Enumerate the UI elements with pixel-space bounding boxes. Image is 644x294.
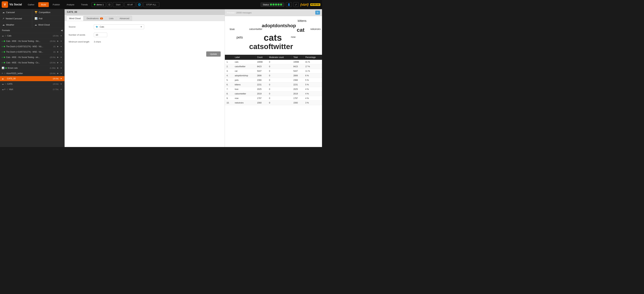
feed-item-cats[interactable]: ☁ Cats (20.0k) ▼ — [0, 33, 64, 39]
sidebar-item-competition[interactable]: 🏆 Competition — [32, 9, 64, 16]
feed-item-cats-upper[interactable]: ☁ CATS (20.0k) ▼ — [0, 81, 64, 87]
feed-expand-button[interactable]: ▼ — [60, 67, 63, 69]
weather-icon: ☁ — [2, 23, 5, 26]
demo-button[interactable]: demo 1 — [92, 2, 106, 7]
num-words-label: Number of words — [69, 34, 92, 36]
start-button[interactable]: Start — [113, 2, 123, 7]
cell-count: 2025 — [256, 87, 267, 92]
feed-play-button[interactable]: ▶ — [56, 51, 59, 53]
source-select[interactable]: 🐦 Cats ▼ — [94, 24, 144, 29]
feed-expand-button[interactable]: ▼ — [60, 56, 63, 59]
feed-item-brown-cats[interactable]: 📊 Brown cats (1.30k) ▶ ▼ — [0, 65, 64, 71]
feed-expand-button[interactable]: ▼ — [60, 61, 63, 64]
feed-play-button[interactable]: ▶ — [56, 61, 59, 64]
source-value: Cats — [100, 26, 104, 28]
feed-play-button[interactable]: ▶ — [56, 45, 59, 48]
num-words-field-row: Number of words 10 — [69, 33, 221, 37]
feed-count: (20.0k) — [50, 72, 56, 74]
feed-count: (5) — [53, 51, 56, 53]
cell-count: 1560 — [256, 101, 267, 105]
feed-play-button[interactable]: ▶ — [56, 40, 59, 42]
feed-item-cats-mse-1[interactable]: ≡ Cats - MSE - Viz Social Testing - Sin.… — [0, 39, 64, 44]
feed-item-dutch-1[interactable]: ≡ The Dutch (+31657321274) - MSE - Viz..… — [0, 44, 64, 49]
tab-advanced[interactable]: Advanced — [116, 16, 132, 21]
cell-mod: 0 — [267, 78, 292, 83]
feed-item-cats00[interactable]: ☁ CATS_00 (20.0k) ▼ — [0, 76, 64, 81]
feed-item-vizrt[interactable]: ☁✕ Vizrt (3.73k) ▼ — [0, 87, 64, 92]
feed-actions: ▶ ▼ — [56, 72, 63, 75]
feed-item-dutch-2[interactable]: ≡ The Dutch (+31657321274) - MSE - Viz..… — [0, 49, 64, 55]
tab-destinations[interactable]: Destinations 1 — [84, 16, 106, 21]
nav-build[interactable]: Build — [38, 2, 49, 7]
feed-list-icon: ≡ — [2, 72, 3, 75]
table-row: 8. catsontwitter 2019 0 2019 4 % — [225, 92, 322, 96]
feed-item-cats-mse-2[interactable]: ≡ Cats - MSE - Viz Social Testing - sin.… — [0, 55, 64, 60]
word-love: love — [230, 28, 234, 31]
sidebar-item-nested-carousel[interactable]: ↗ Nested Carousel — [0, 16, 32, 22]
table-header: Label Count Moderator count Total Percen… — [225, 55, 322, 60]
refresh-button[interactable]: ↻ — [315, 11, 320, 15]
nav-publish[interactable]: Publish — [50, 2, 63, 7]
cell-label: kittens — [233, 83, 256, 87]
cell-mod: 0 — [267, 64, 292, 69]
feed-expand-button[interactable]: ▼ — [60, 51, 63, 53]
sidebar-item-weather[interactable]: ☁ Weather — [0, 22, 32, 28]
feed-play-button[interactable]: ▶ — [56, 72, 59, 75]
competition-icon: 🏆 — [34, 11, 38, 14]
nav-trends[interactable]: Trends — [78, 2, 90, 7]
status-dot-5 — [280, 4, 282, 6]
cell-label: catsoftwitter — [233, 64, 256, 69]
tab-lists[interactable]: Lists — [106, 16, 116, 21]
feed-cloud-icon: ☁ — [2, 35, 4, 37]
feed-expand-button[interactable]: ▼ — [60, 72, 63, 75]
expand-icon-button[interactable]: ⤢ — [294, 2, 298, 7]
cell-count: 2019 — [256, 92, 267, 96]
logo-icon: V — [2, 1, 8, 8]
feed-expand-button[interactable]: ▼ — [60, 40, 63, 42]
monitor-icon-button[interactable]: ⊡ — [107, 2, 112, 7]
feed-list: ☁ Cats (20.0k) ▼ ≡ Cats - MSE - Viz Soci… — [0, 33, 64, 147]
formats-collapse-button[interactable]: ◀ — [61, 29, 62, 32]
feed-item-atomfeed[interactable]: ≡ AtomFEED_twitter (20.0k) ▶ ▼ — [0, 71, 64, 76]
feed-expand-button[interactable]: ▼ — [60, 45, 63, 48]
word-catsontwitter: catsontwitter — [249, 28, 262, 31]
cell-mod: 0 — [267, 69, 292, 73]
sidebar-item-word-cloud[interactable]: ☁ Word Cloud — [32, 22, 64, 28]
feed-expand-button[interactable]: ▼ — [60, 83, 63, 85]
feed-cloud-icon: ☁ — [2, 78, 4, 80]
feed-expand-button[interactable]: ▼ — [60, 88, 63, 91]
min-length-label: Minimum word length — [69, 41, 92, 43]
update-button[interactable]: Update — [206, 51, 221, 57]
feed-expand-button[interactable]: ▼ — [60, 78, 63, 80]
status-dot-1 — [270, 4, 272, 6]
cell-num: 8. — [225, 92, 233, 96]
cell-num: 5. — [225, 78, 233, 83]
sidebar-item-poll-label: Poll — [39, 17, 42, 20]
tab-destinations-badge: 1 — [100, 18, 103, 20]
cell-label: nekoiroiro — [233, 101, 256, 105]
nav-gather[interactable]: Gather — [25, 2, 37, 7]
stopall-button[interactable]: STOP ALL — [143, 2, 159, 7]
cell-total: 19998 — [292, 60, 304, 64]
user-icon-button[interactable]: 👤 — [286, 2, 292, 7]
feed-name: AtomFEED_twitter — [6, 72, 48, 75]
globe-icon-button[interactable]: 🌐 — [136, 2, 142, 7]
feed-play-button[interactable]: ▶ — [56, 56, 59, 59]
tab-word-cloud[interactable]: Word Cloud — [66, 16, 84, 21]
alloff-button[interactable]: All off — [124, 2, 136, 7]
feed-item-cats-mse-co[interactable]: ≡ Cats - MSE - Viz Social Testing - Co..… — [0, 60, 64, 65]
cell-total: 8423 — [292, 64, 304, 69]
source-field-row: Source 🐦 Cats ▼ — [69, 24, 221, 29]
feed-play-button[interactable]: ▶ — [56, 67, 59, 69]
nav-analyse[interactable]: Analyse — [64, 2, 77, 7]
col-pct: Percentage — [304, 55, 322, 60]
sidebar-item-competition-label: Competition — [39, 11, 50, 14]
num-words-input[interactable]: 10 — [94, 33, 107, 37]
cell-num: 4. — [225, 73, 233, 78]
feed-expand-button[interactable]: ▼ — [60, 35, 63, 37]
preview-title: Preview — [227, 12, 234, 14]
min-length-value: 3 chars — [94, 41, 101, 43]
sidebar-item-poll[interactable]: 📊 Poll — [32, 16, 64, 22]
topbar-right: Status 👤 ⤢ {vizrt} NEVER.NO — [260, 2, 320, 7]
sidebar-item-carousel[interactable]: ☁ Carousel — [0, 9, 32, 16]
